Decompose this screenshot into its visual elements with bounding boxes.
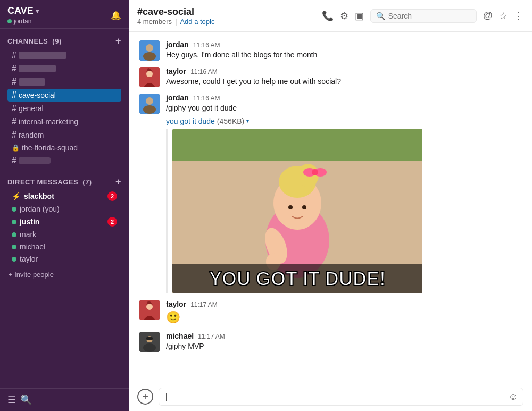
channel-meta: 4 members | Add a topic xyxy=(137,18,315,26)
dm-item-slackbot[interactable]: ⚡ slackbot 2 xyxy=(7,190,121,203)
dm-name-jordan: jordan (you) xyxy=(20,205,60,213)
invite-label: + Invite people xyxy=(9,271,54,279)
members-count: 4 members xyxy=(137,18,172,26)
channel-name-header: #cave-social xyxy=(137,6,315,18)
dm-name-justin: justin xyxy=(20,217,39,226)
msg-text: /giphy you got it dude xyxy=(166,103,521,114)
channel-item-general[interactable]: # general xyxy=(7,102,121,115)
channel-name-the-florida-squad: the-florida-squad xyxy=(22,144,78,152)
channel-item-the-florida-squad[interactable]: 🔒 the-florida-squad xyxy=(7,142,121,154)
dm-item-jordan[interactable]: jordan (you) xyxy=(7,203,121,215)
settings-icon[interactable]: ⚙ xyxy=(340,10,348,22)
at-icon[interactable]: @ xyxy=(483,10,493,21)
hash-icon: # xyxy=(12,117,16,127)
message-input[interactable] xyxy=(159,388,523,406)
sidebar: CAVE ▾ jordan 🔔 CHANNELS (9) + # # xyxy=(0,0,129,411)
invite-people-button[interactable]: + Invite people xyxy=(0,267,129,282)
emoji-picker-button[interactable]: ☺ xyxy=(509,391,518,402)
avatar-michael xyxy=(139,332,160,352)
hash-icon: # xyxy=(12,156,16,165)
channel-blurred-2[interactable]: # xyxy=(7,62,121,75)
dm-label: DIRECT MESSAGES (7) xyxy=(7,178,92,186)
dm-left-taylor: taylor xyxy=(12,255,38,263)
gif-container: YOU GOT IT DUDE! xyxy=(166,129,521,293)
search-footer-icon[interactable]: 🔍 xyxy=(20,394,32,406)
gif-link[interactable]: you got it dude (456KB) ▾ xyxy=(166,117,521,125)
dm-left-jordan: jordan (you) xyxy=(12,205,60,213)
workspace-name[interactable]: CAVE ▾ xyxy=(7,5,39,16)
phone-icon[interactable]: 📞 xyxy=(322,10,334,22)
star-icon[interactable]: ☆ xyxy=(499,10,508,22)
channel-name-internal-marketing: internal-marketing xyxy=(19,118,78,126)
bell-icon[interactable]: 🔔 xyxy=(111,10,121,20)
status-dot-online xyxy=(7,19,12,23)
sidebar-header: CAVE ▾ jordan 🔔 xyxy=(0,0,129,29)
avatar-jordan-2 xyxy=(139,94,160,114)
dm-item-taylor[interactable]: taylor xyxy=(7,253,121,265)
channels-section: CHANNELS (9) + # # # # cave-social # gen… xyxy=(0,29,129,170)
header-icons: 📞 ⚙ ▣ 🔍 @ ☆ ⋮ xyxy=(322,9,523,23)
svg-rect-28 xyxy=(146,337,153,340)
gif-size: (456KB) xyxy=(217,117,244,125)
dm-badge-slackbot: 2 xyxy=(107,191,117,201)
svg-point-18 xyxy=(302,205,306,209)
message-content-taylor-2: taylor 11:17 AM 🙂 xyxy=(166,300,521,326)
dm-badge-justin: 2 xyxy=(107,217,117,227)
dm-item-justin[interactable]: justin 2 xyxy=(7,215,121,228)
menu-icon[interactable]: ☰ xyxy=(7,394,16,406)
channels-label: CHANNELS (9) xyxy=(7,37,62,45)
svg-point-16 xyxy=(312,169,318,175)
channel-blurred-1[interactable]: # xyxy=(7,49,121,62)
message-header-taylor-2: taylor 11:17 AM xyxy=(166,300,521,308)
msg-author: michael xyxy=(166,332,194,340)
message-group-jordan-2: jordan 11:16 AM /giphy you got it dude y… xyxy=(139,94,521,293)
channel-blurred-3[interactable]: # xyxy=(7,76,121,88)
online-dot-michael xyxy=(12,245,16,249)
add-channel-button[interactable]: + xyxy=(115,36,121,46)
msg-author: taylor xyxy=(166,67,186,76)
messages-area: jordan 11:16 AM Hey guys, I'm done all t… xyxy=(129,32,532,382)
current-user: jordan xyxy=(14,18,31,25)
online-dot-justin xyxy=(12,220,16,224)
msg-text: Awesome, could I get you to help me out … xyxy=(166,77,521,87)
msg-time: 11:17 AM xyxy=(198,333,225,340)
avatar-jordan xyxy=(139,40,160,61)
dropdown-arrow-icon: ▾ xyxy=(246,118,249,124)
input-wrapper: ☺ xyxy=(159,388,523,406)
dm-section: DIRECT MESSAGES (7) + ⚡ slackbot 2 jorda… xyxy=(0,170,129,267)
gif-image: YOU GOT IT DUDE! xyxy=(172,129,422,293)
add-attachment-button[interactable]: + xyxy=(137,389,153,405)
layout-icon[interactable]: ▣ xyxy=(355,10,364,22)
msg-time: 11:17 AM xyxy=(190,301,218,308)
message-content-jordan-2: jordan 11:16 AM /giphy you got it dude y… xyxy=(166,94,521,293)
channel-item-cave-social[interactable]: # cave-social xyxy=(7,89,121,102)
dm-left-mark: mark xyxy=(12,230,36,239)
add-dm-button[interactable]: + xyxy=(115,177,121,187)
message-group-taylor-1: taylor 11:16 AM Awesome, could I get you… xyxy=(139,67,521,87)
svg-point-17 xyxy=(288,205,293,209)
hash-icon: # xyxy=(12,130,16,140)
message-content-jordan-1: jordan 11:16 AM Hey guys, I'm done all t… xyxy=(166,40,521,61)
workspace-chevron: ▾ xyxy=(36,7,39,15)
add-topic-link[interactable]: Add a topic xyxy=(180,18,214,26)
dm-item-mark[interactable]: mark xyxy=(7,229,121,240)
dm-item-michael[interactable]: michael xyxy=(7,241,121,253)
search-input[interactable] xyxy=(388,12,452,20)
svg-point-24 xyxy=(146,304,153,310)
channel-name-random: random xyxy=(19,131,44,139)
dm-left-slackbot: ⚡ slackbot xyxy=(12,192,54,200)
channel-item-empty[interactable]: # xyxy=(7,154,121,167)
dm-name-taylor: taylor xyxy=(20,255,38,263)
lock-icon: 🔒 xyxy=(12,144,20,152)
message-header-michael: michael 11:17 AM xyxy=(166,332,521,340)
search-bar[interactable]: 🔍 xyxy=(370,9,477,23)
more-icon[interactable]: ⋮ xyxy=(514,10,523,22)
message-header-jordan-1: jordan 11:16 AM xyxy=(166,40,521,49)
hash-icon: # xyxy=(12,90,16,100)
channel-item-internal-marketing[interactable]: # internal-marketing xyxy=(7,115,121,128)
channel-name-cave-social: cave-social xyxy=(19,91,56,99)
msg-author: jordan xyxy=(166,40,189,49)
message-content-michael: michael 11:17 AM /giphy MVP xyxy=(166,332,521,352)
svg-point-2 xyxy=(143,52,156,61)
channel-item-random[interactable]: # random xyxy=(7,129,121,141)
